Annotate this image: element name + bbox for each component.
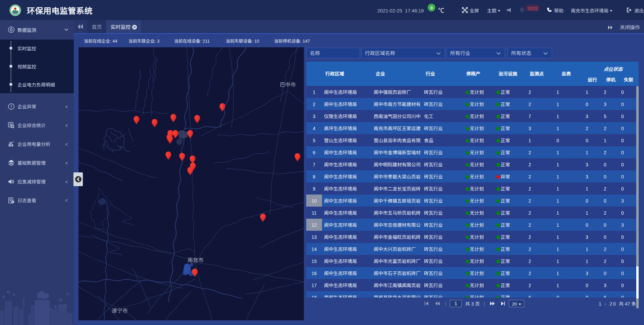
- svg-text:巴中市: 巴中市: [280, 80, 296, 88]
- svg-text:南充市: 南充市: [187, 256, 204, 264]
- svg-text:遂宁市: 遂宁市: [112, 306, 128, 314]
